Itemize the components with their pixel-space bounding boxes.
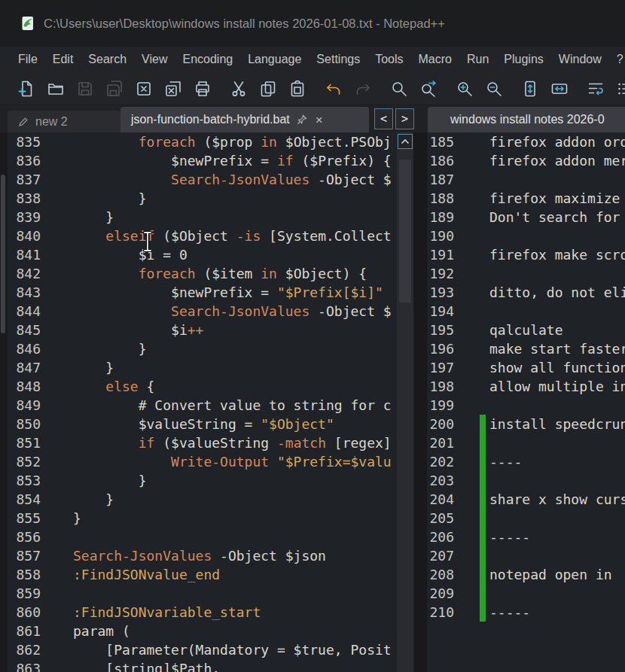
code-line-843[interactable]: 843 $newPrefix = "$Prefix[$i]" <box>8 283 397 302</box>
code-line-839[interactable]: 839 } <box>8 208 397 227</box>
menu-item-settings[interactable]: Settings <box>309 47 367 72</box>
menu-item-window[interactable]: Window <box>551 47 609 72</box>
undo-button[interactable] <box>324 79 343 99</box>
text-line-187[interactable]: 187 <box>427 170 625 189</box>
print-button[interactable] <box>193 79 212 99</box>
save-button[interactable] <box>75 79 95 99</box>
code-line-852[interactable]: 852 Write-Output "$Prefix=$valu <box>8 452 397 471</box>
scroll-up-arrow[interactable] <box>398 134 413 149</box>
code-line-856[interactable]: 856 <box>8 528 397 546</box>
text-line-203[interactable]: 203 <box>427 471 625 490</box>
code-line-851[interactable]: 851 if ($valueString -match [regex] <box>8 433 397 452</box>
text-line-197[interactable]: 197show all function <box>427 358 625 377</box>
menu-item-view[interactable]: View <box>134 47 175 72</box>
code-line-862[interactable]: 862 [Parameter(Mandatory = $true, Posit <box>8 640 397 659</box>
menu-item-edit[interactable]: Edit <box>45 47 81 72</box>
editor-pane-right[interactable]: 185firefox addon ord186firefox addon mer… <box>427 132 625 672</box>
text-line-200[interactable]: 200install speedcrun <box>427 415 625 433</box>
code-line-837[interactable]: 837 Search-JsonValues -Object $ <box>8 170 397 189</box>
menu-item-encoding[interactable]: Encoding <box>175 47 240 72</box>
pane-splitter[interactable] <box>413 132 427 672</box>
text-line-198[interactable]: 198allow multiple in <box>427 377 625 396</box>
text-line-207[interactable]: 207 <box>427 546 625 565</box>
menu-item-file[interactable]: File <box>11 47 45 72</box>
code-line-861[interactable]: 861param ( <box>8 622 397 640</box>
text-line-204[interactable]: 204share x show curs <box>427 490 625 509</box>
open-folder-button[interactable] <box>46 79 66 99</box>
menu-item-run[interactable]: Run <box>459 47 496 72</box>
text-line-191[interactable]: 191firefox make scro <box>427 245 625 264</box>
menu-item-search[interactable]: Search <box>81 47 134 72</box>
code-line-860[interactable]: 860:FindJSONvariable_start <box>8 603 397 622</box>
show-all-characters-button[interactable] <box>615 79 625 99</box>
sync-scroll-horizontal-button[interactable] <box>550 79 569 99</box>
close-all-button[interactable] <box>163 79 183 99</box>
code-line-842[interactable]: 842 foreach ($item in $Object) { <box>8 264 397 283</box>
tab-scroll-right-button[interactable]: > <box>395 108 414 129</box>
zoom-in-button[interactable] <box>455 79 474 99</box>
code-line-845[interactable]: 845 $i++ <box>8 321 397 339</box>
tab-json-function-batch-hybrid-bat[interactable]: json-function-batch-hybrid.bat× <box>120 107 369 132</box>
text-line-202[interactable]: 202---- <box>427 452 625 471</box>
code-line-846[interactable]: 846 } <box>8 339 397 358</box>
text-line-192[interactable]: 192 <box>427 264 625 283</box>
code-line-854[interactable]: 854 } <box>8 490 397 509</box>
text-line-194[interactable]: 194 <box>427 302 625 321</box>
menu-item-language[interactable]: Language <box>240 47 309 72</box>
code-line-855[interactable]: 855} <box>8 509 397 528</box>
code-line-848[interactable]: 848 else { <box>8 377 397 396</box>
code-line-838[interactable]: 838 } <box>8 189 397 208</box>
code-line-857[interactable]: 857Search-JsonValues -Object $json <box>8 546 397 565</box>
code-line-858[interactable]: 858:FindJSONvalue_end <box>8 565 397 584</box>
save-all-button[interactable] <box>105 79 124 99</box>
left-vertical-scrollbar[interactable] <box>397 132 413 672</box>
tab-windows-install-notes-2026-0[interactable]: windows install notes 2026-0 <box>428 107 625 132</box>
text-line-208[interactable]: 208notepad open in <box>427 565 625 584</box>
code-line-853[interactable]: 853 } <box>8 471 397 490</box>
text-line-190[interactable]: 190 <box>427 227 625 245</box>
title-bar[interactable]: C:\Users\user\Desktop\windows install no… <box>0 0 625 47</box>
code-line-859[interactable]: 859 <box>8 584 397 603</box>
sync-scroll-vertical-button[interactable] <box>520 79 540 99</box>
code-line-835[interactable]: 835 foreach ($prop in $Object.PSObj <box>8 132 397 151</box>
text-line-188[interactable]: 188firefox maximize <box>427 189 625 208</box>
code-line-849[interactable]: 849 # Convert value to string for c <box>8 396 397 415</box>
paste-button[interactable] <box>288 79 307 99</box>
editor-pane-left[interactable]: 835 foreach ($prop in $Object.PSObj836 $… <box>8 132 397 672</box>
tab-new-2[interactable]: new 2 <box>8 111 120 132</box>
code-line-863[interactable]: 863 [string]$Path, <box>8 659 397 672</box>
text-line-209[interactable]: 209 <box>427 584 625 603</box>
zoom-out-button[interactable] <box>484 79 504 99</box>
cut-button[interactable] <box>229 79 248 99</box>
text-line-201[interactable]: 201 <box>427 433 625 452</box>
text-line-206[interactable]: 206----- <box>427 528 625 546</box>
find-button[interactable] <box>389 79 409 99</box>
text-line-199[interactable]: 199 <box>427 396 625 415</box>
text-line-195[interactable]: 195qalculate <box>427 321 625 339</box>
pin-icon[interactable] <box>297 114 307 125</box>
text-line-186[interactable]: 186firefox addon mer <box>427 151 625 170</box>
left-edge-scrollbar-thumb[interactable] <box>1 175 5 333</box>
copy-button[interactable] <box>258 79 278 99</box>
tab-scroll-left-button[interactable]: < <box>374 108 393 129</box>
word-wrap-button[interactable] <box>586 79 605 99</box>
menu-item-help[interactable]: ? <box>609 47 625 72</box>
scrollbar-thumb[interactable] <box>399 160 411 303</box>
code-line-841[interactable]: 841 $i = 0 <box>8 245 397 264</box>
menu-item-tools[interactable]: Tools <box>367 47 410 72</box>
code-line-844[interactable]: 844 Search-JsonValues -Object $ <box>8 302 397 321</box>
redo-button[interactable] <box>353 79 373 99</box>
close-button[interactable] <box>134 79 154 99</box>
code-line-840[interactable]: 840 elseif ($Object -is [System.Collect <box>8 227 397 245</box>
text-line-189[interactable]: 189Don't search for <box>427 208 625 227</box>
tab-close-icon[interactable]: × <box>316 114 323 126</box>
code-line-850[interactable]: 850 $valueString = "$Object" <box>8 415 397 433</box>
text-line-210[interactable]: 210----- <box>427 603 625 622</box>
code-line-847[interactable]: 847 } <box>8 358 397 377</box>
menu-item-plugins[interactable]: Plugins <box>496 47 550 72</box>
text-line-185[interactable]: 185firefox addon ord <box>427 132 625 151</box>
text-line-193[interactable]: 193ditto, do not eli <box>427 283 625 302</box>
code-line-836[interactable]: 836 $newPrefix = if ($Prefix) { <box>8 151 397 170</box>
text-line-196[interactable]: 196make start faster <box>427 339 625 358</box>
replace-button[interactable] <box>419 79 438 99</box>
